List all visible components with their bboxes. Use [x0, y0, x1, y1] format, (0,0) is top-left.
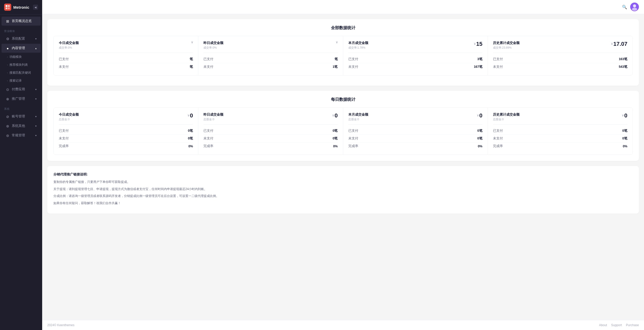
sidebar-item-home[interactable]: ⊞ 首页概况总览 — [2, 17, 41, 26]
daily-data-section: 每日数据统计 今日成交金额 总股金:0 ¥0 — [47, 91, 639, 161]
all-today-label: 今日成交金额 — [59, 41, 79, 45]
topbar: 🔍 — [42, 0, 644, 14]
daily-month-value: ¥0 — [477, 112, 482, 119]
svg-point-5 — [633, 4, 636, 7]
common-icon: ⊜ — [6, 134, 10, 138]
svg-rect-1 — [8, 5, 10, 7]
svg-rect-2 — [6, 7, 7, 9]
daily-today-row1: 已支付 0笔 — [59, 127, 193, 135]
all-yesterday-card: 昨日成交金额 成交率:0% ¥ 已支付 笔 未支付 — [198, 36, 343, 75]
daily-today-value: ¥0 — [188, 112, 193, 119]
all-month-label: 本月成交金额 — [348, 41, 368, 45]
daily-data-title: 每日数据统计 — [53, 97, 633, 102]
daily-history-sublabel: 总股金:0 — [493, 117, 520, 121]
arrow-icon4: ▾ — [35, 115, 37, 118]
daily-month-row1: 已支付 0笔 — [348, 127, 482, 135]
section-label-system: 系统 — [0, 104, 42, 112]
all-history-row2: 未支付 543笔 — [493, 63, 627, 71]
daily-yesterday-sublabel: 总股金:0 — [203, 117, 223, 121]
daily-history-label: 历史累计成交金额 — [493, 112, 520, 117]
payment-icon: ⊙ — [6, 87, 10, 92]
footer-purchase[interactable]: Purchase — [626, 323, 639, 327]
footer: 2024© Keenthemes About Support Purchase — [42, 320, 644, 330]
daily-today-row2: 未支付 0笔 — [59, 135, 193, 142]
arrow-icon5: ▾ — [35, 125, 37, 127]
sidebar-sub-search-log[interactable]: 搜索记录 — [0, 77, 42, 85]
collapse-button[interactable]: ◀ — [33, 5, 38, 10]
daily-today-sublabel: 总股金:0 — [59, 117, 79, 121]
daily-history-row1: 已支付 0笔 — [493, 127, 627, 135]
footer-support[interactable]: Support — [611, 323, 622, 327]
account-mgmt-label: 账号管理 — [12, 114, 25, 119]
sidebar-sub-recommend[interactable]: 推荐模块列表 — [0, 61, 42, 69]
daily-yesterday-value: ¥0 — [332, 112, 338, 119]
svg-rect-0 — [6, 5, 7, 7]
all-month-value: ¥15 — [474, 41, 482, 47]
user-avatar[interactable] — [630, 3, 639, 11]
all-history-card: 历史累计成交金额 成交率:23.89% ¥17.07 已支付 163笔 — [488, 36, 632, 75]
daily-yesterday-card: 昨日成交金额 总股金:0 ¥0 已支付 0笔 未支付 — [198, 108, 343, 155]
section-label-business: 营业模块 — [0, 26, 42, 34]
svg-rect-3 — [8, 7, 10, 9]
all-data-grid: 今日成交金额 成交率:0% ¥ 已支付 笔 未支付 — [53, 36, 633, 75]
daily-yesterday-row2: 未支付 0笔 — [203, 135, 338, 142]
daily-today-row3: 完成率 0% — [59, 142, 193, 150]
app-name: Metronic — [13, 5, 29, 9]
all-month-sublabel: 成交率:1.78% — [348, 46, 368, 50]
all-today-value: ¥ — [191, 41, 193, 44]
daily-month-card: 本月成交金额 总股金:0 ¥0 已支付 0笔 未支付 — [343, 108, 488, 155]
account-icon: ⊘ — [6, 115, 10, 119]
daily-history-value: ¥0 — [622, 112, 627, 119]
all-yesterday-label: 昨日成交金额 — [203, 41, 223, 45]
sidebar-item-system-config[interactable]: ⚙ 系统配置 ▾ — [2, 34, 41, 43]
daily-month-sublabel: 总股金:0 — [348, 117, 368, 121]
all-yesterday-value: ¥ — [336, 41, 338, 44]
content-mgmt-label: 内容管理 — [12, 46, 25, 50]
home-label: 首页概况总览 — [12, 19, 32, 23]
sidebar-item-promotion-mgmt[interactable]: ⊕ 推广管理 ▾ — [2, 94, 41, 103]
svg-point-6 — [632, 8, 637, 11]
sidebar: Metronic ◀ ⊞ 首页概况总览 营业模块 ⚙ 系统配置 ▾ ● 内容管理… — [0, 0, 42, 330]
all-yesterday-row2: 未支付 1笔 — [203, 63, 338, 71]
daily-month-row3: 完成率 0% — [348, 142, 482, 150]
daily-yesterday-label: 昨日成交金额 — [203, 112, 223, 117]
daily-month-row2: 未支付 0笔 — [348, 135, 482, 142]
footer-links: About Support Purchase — [599, 323, 639, 327]
daily-today-label: 今日成交金额 — [59, 112, 79, 117]
arrow-up-icon: ▴ — [35, 47, 37, 50]
all-today-row1: 已支付 笔 — [59, 56, 193, 63]
all-month-row2: 未支付 167笔 — [348, 63, 482, 71]
info-p4: 如果你有任何疑问，获取解答！祝我们合作共赢！ — [53, 201, 633, 206]
info-title: 分销代理推广链接说明: — [53, 172, 633, 177]
sidebar-item-payment-app[interactable]: ⊙ 付费应用 ▾ — [2, 85, 41, 94]
daily-yesterday-row3: 完成率 0% — [203, 142, 338, 150]
sidebar-item-content-mgmt[interactable]: ● 内容管理 ▴ — [2, 44, 41, 53]
main-content: 🔍 全部数据统计 今日成交金额 成交率:0% — [42, 0, 644, 330]
all-history-label: 历史累计成交金额 — [493, 41, 520, 45]
sidebar-item-system-other[interactable]: ⊛ 系统其他 ▾ — [2, 122, 41, 130]
promotion-mgmt-label: 推广管理 — [12, 97, 25, 101]
logo-icon — [4, 4, 11, 11]
payment-app-label: 付费应用 — [12, 87, 25, 92]
promotion-icon: ⊕ — [6, 97, 10, 101]
daily-today-card: 今日成交金额 总股金:0 ¥0 已支付 0笔 未支付 — [54, 108, 198, 155]
daily-yesterday-row1: 已支付 0笔 — [203, 127, 338, 135]
daily-history-card: 历史累计成交金额 总股金:0 ¥0 已支付 0笔 未支付 — [488, 108, 632, 155]
daily-history-row3: 完成率 0% — [493, 142, 627, 150]
all-history-row1: 已支付 163笔 — [493, 56, 627, 63]
arrow-icon3: ▾ — [35, 97, 37, 100]
footer-about[interactable]: About — [599, 323, 607, 327]
sidebar-item-account-mgmt[interactable]: ⊘ 账号管理 ▾ — [2, 112, 41, 121]
search-icon[interactable]: 🔍 — [622, 5, 627, 9]
all-data-title: 全部数据统计 — [53, 25, 633, 31]
all-today-row2: 未支付 笔 — [59, 63, 193, 71]
info-p2: 关于提现：请到提现管理七目、申请提现，提现方式为微信或者支付宝，任何时间内申请提… — [53, 186, 633, 192]
content-area: 全部数据统计 今日成交金额 成交率:0% ¥ — [42, 14, 644, 320]
info-section: 分销代理推广链接说明: 复制你的专属推广链接，只要用户下单你即可获取提成。 关于… — [47, 166, 639, 214]
sidebar-item-common-mgmt[interactable]: ⊜ 常规管理 ▾ — [2, 131, 41, 140]
info-p3: 分成比例：请咨询一级管理员或者联系源码开发者，分销提成比例一级管理员可在后台设置… — [53, 193, 633, 199]
sidebar-sub-features[interactable]: 功能模块 — [0, 53, 42, 61]
daily-data-grid: 今日成交金额 总股金:0 ¥0 已支付 0笔 未支付 — [53, 107, 633, 155]
sidebar-sub-search-keyword[interactable]: 搜索匹配关键词 — [0, 69, 42, 77]
system-config-label: 系统配置 — [12, 37, 25, 41]
